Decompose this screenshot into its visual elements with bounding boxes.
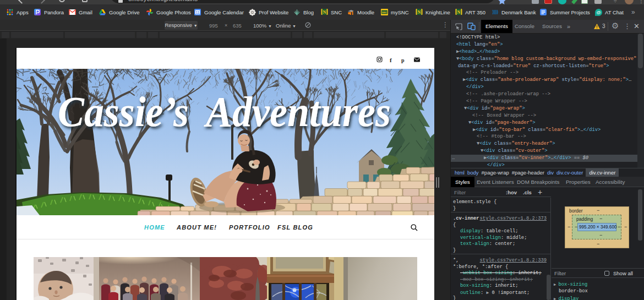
svg-text:f: f [390,57,392,63]
svg-text:Cassie’s: Cassie’s [58,88,189,135]
svg-text:N: N [323,10,326,15]
svg-text:SNC: SNC [382,11,388,14]
svg-text:Adventures: Adventures [203,88,391,135]
svg-text:p: p [401,57,405,63]
svg-text:11: 11 [196,10,200,14]
svg-text:@: @ [596,10,601,15]
svg-text:N: N [418,10,421,15]
svg-text:N: N [457,10,461,15]
